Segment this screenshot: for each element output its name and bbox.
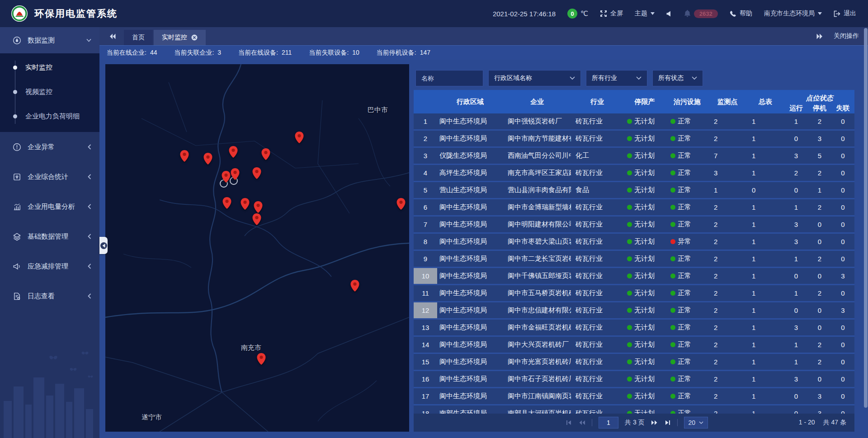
- cell-facility: 正常: [666, 131, 708, 146]
- table-row[interactable]: 8阆中生态环境局阆中市枣碧大梁山页岩砖瓦行业无计划异常21300: [414, 234, 854, 251]
- help-button[interactable]: 帮助: [730, 9, 752, 18]
- page-input[interactable]: [599, 417, 618, 429]
- cell-limit: 无计划: [623, 285, 666, 301]
- facility-status-label: 正常: [678, 340, 691, 349]
- mute-button[interactable]: [666, 11, 672, 17]
- user-dropdown[interactable]: 南充市生态环境局: [764, 9, 822, 18]
- map-collapse-handle[interactable]: [99, 237, 108, 254]
- stat-item: 当前停机设备:147: [377, 49, 430, 57]
- table-row[interactable]: 5营山生态环境局营山县润丰肉食品有限食品无计划正常10010: [414, 182, 854, 199]
- sidebar-item-data-monitor[interactable]: 数据监测: [0, 27, 99, 53]
- sidebar-subitem-power-load-detail[interactable]: 企业电力负荷明细: [0, 104, 99, 128]
- sidebar-item-enterprise-statistics[interactable]: 企业综合统计: [0, 162, 99, 192]
- facility-status-label: 正常: [678, 289, 691, 297]
- cell-region: 阆中生态环境局: [437, 199, 503, 215]
- tabs-scroll-left-icon[interactable]: [108, 33, 116, 39]
- map-panel[interactable]: 巴中市南充市遂宁市: [105, 64, 409, 432]
- sidebar-item-log-view[interactable]: 日志查看: [0, 281, 99, 311]
- sidebar-item-power-usage-analysis[interactable]: 企业用电量分析: [0, 192, 99, 221]
- table-row[interactable]: 7阆中生态环境局阆中明阳建材有限公司砖瓦行业无计划正常21300: [414, 217, 854, 234]
- cell-monitor: 2: [708, 405, 746, 414]
- cell-meter: 1: [746, 268, 784, 284]
- map-pin[interactable]: [180, 150, 189, 162]
- cell-stop: 0: [808, 268, 831, 284]
- sidebar-item-emergency-reduction[interactable]: 应急减排管理: [0, 251, 99, 281]
- facility-status-dot: [670, 119, 675, 124]
- status-filter-select[interactable]: 所有状态: [652, 70, 703, 86]
- map-pin[interactable]: [222, 197, 231, 209]
- facility-status-dot: [670, 153, 675, 158]
- table-row[interactable]: 10阆中生态环境局阆中千佛镇五郎垭页岩砖瓦行业无计划正常21003: [414, 268, 854, 285]
- map-pin[interactable]: [231, 168, 240, 180]
- cell-industry: 食品: [571, 182, 623, 198]
- page-size-select[interactable]: 20: [684, 417, 708, 429]
- notifications-button[interactable]: 2632: [684, 9, 718, 18]
- tab-close-icon[interactable]: [191, 34, 198, 41]
- cell-lost: 0: [831, 320, 854, 335]
- cell-lost: 0: [831, 371, 854, 387]
- last-page-button[interactable]: [665, 419, 671, 426]
- table-row[interactable]: 16阆中生态环境局阆中市石子页岩机砖厂砖瓦行业无计划正常21300: [414, 371, 854, 388]
- map-pin[interactable]: [252, 213, 261, 226]
- theme-dropdown[interactable]: 主题: [635, 9, 655, 18]
- cell-facility: 正常: [666, 405, 708, 414]
- cell-run: 3: [784, 320, 808, 335]
- table-header: 行政区域 企业 行业 停限产 治污设施 监测点 总表 点位状态 运行 停机 失联: [414, 90, 854, 113]
- table-row[interactable]: 2阆中生态环境局阆中市南方节能建材有砖瓦行业无计划正常21030: [414, 131, 854, 148]
- map-pin[interactable]: [203, 153, 212, 165]
- map-pin[interactable]: [350, 280, 359, 292]
- map-pin[interactable]: [396, 198, 406, 210]
- fullscreen-button[interactable]: 全屏: [600, 9, 623, 18]
- chevron-left-icon: [88, 144, 91, 150]
- map-pin[interactable]: [241, 198, 250, 210]
- main-content: 巴中市南充市遂宁市 行政区域名称 所有行业: [99, 60, 868, 438]
- total-pages-label: 共 3 页: [625, 419, 645, 427]
- table-row[interactable]: 13阆中生态环境局阆中市金福旺页岩机砖砖瓦行业无计划正常21300: [414, 320, 854, 337]
- sidebar-subitem-video-monitor[interactable]: 视频监控: [0, 80, 99, 104]
- industry-filter-select[interactable]: 所有行业: [586, 70, 647, 86]
- tab-home[interactable]: 首页: [124, 30, 153, 45]
- table-row[interactable]: 11阆中生态环境局阆中市五马桥页岩机砖砖瓦行业无计划正常21120: [414, 285, 854, 302]
- name-filter-input[interactable]: [415, 70, 483, 86]
- table-row[interactable]: 14阆中生态环境局阆中大兴页岩机砖厂砖瓦行业无计划正常21120: [414, 337, 854, 354]
- map-pin[interactable]: [295, 132, 304, 144]
- map-pin[interactable]: [229, 146, 238, 158]
- map-pin[interactable]: [257, 353, 266, 365]
- pagination-bar: 共 3 页 20 1 - 20 共 47 条: [414, 414, 854, 432]
- tabbar: 首页实时监控 关闭操作: [99, 27, 868, 45]
- tab-realtime-monitor[interactable]: 实时监控: [154, 30, 206, 45]
- table-row[interactable]: 4高坪生态环境局南充市高坪区王家店建砖瓦行业无计划正常31220: [414, 165, 854, 182]
- sidebar-item-enterprise-abnormal[interactable]: 企业异常: [0, 132, 99, 162]
- cell-run: 1: [784, 199, 808, 215]
- map-pin[interactable]: [254, 201, 263, 213]
- first-page-button[interactable]: [566, 419, 572, 426]
- sidebar-item-base-data-management[interactable]: 基础数据管理: [0, 221, 99, 251]
- table-row[interactable]: 9阆中生态环境局阆中市二龙长宝页岩砖砖瓦行业无计划正常21120: [414, 251, 854, 268]
- map-pin[interactable]: [261, 148, 270, 160]
- table-row[interactable]: 15阆中生态环境局阆中市光富页岩机砖厂砖瓦行业无计划正常21120: [414, 354, 854, 371]
- map-pin[interactable]: [222, 171, 231, 183]
- sidebar-subitem-realtime-monitor[interactable]: 实时监控: [0, 55, 99, 80]
- region-filter-select[interactable]: 行政区域名称: [488, 70, 581, 86]
- table-row[interactable]: 6阆中生态环境局阆中市金博瑞新型墙材砖瓦行业无计划正常21120: [414, 199, 854, 217]
- cell-meter: 1: [746, 388, 784, 404]
- prev-page-button[interactable]: [578, 419, 585, 426]
- user-name: 南充市生态环境局: [764, 9, 815, 18]
- status-filter-value: 所有状态: [658, 74, 684, 82]
- table-row[interactable]: 3仪陇生态环境局西南油气田分公司川中化工无计划正常71350: [414, 148, 854, 165]
- next-page-button[interactable]: [651, 419, 658, 426]
- cell-industry: 砖瓦行业: [571, 113, 623, 129]
- table-row[interactable]: 17阆中生态环境局阆中市江南镇阆南页岩砖瓦行业无计划正常21030: [414, 388, 854, 405]
- cell-stop: 3: [808, 388, 831, 404]
- table-row[interactable]: 1阆中生态环境局阆中强锐页岩砖厂砖瓦行业无计划正常21120: [414, 113, 854, 131]
- table-row[interactable]: 12阆中生态环境局阆中市忠信建材有限公砖瓦行业无计划正常21003: [414, 302, 854, 320]
- tabs-scroll-right-icon[interactable]: [816, 33, 824, 39]
- page-scrollbar[interactable]: [864, 28, 868, 408]
- close-operations-button[interactable]: 关闭操作: [834, 32, 859, 40]
- cell-enterprise: 阆中市二龙长宝页岩砖: [503, 251, 571, 267]
- map-pin[interactable]: [252, 167, 261, 179]
- table-row[interactable]: 18南部生态环境局南部县大河镇页岩机砖砖瓦行业无计划正常21030: [414, 405, 854, 414]
- cell-stop: 2: [808, 251, 831, 267]
- logout-button[interactable]: 退出: [834, 9, 856, 18]
- stat-value: 10: [352, 49, 359, 57]
